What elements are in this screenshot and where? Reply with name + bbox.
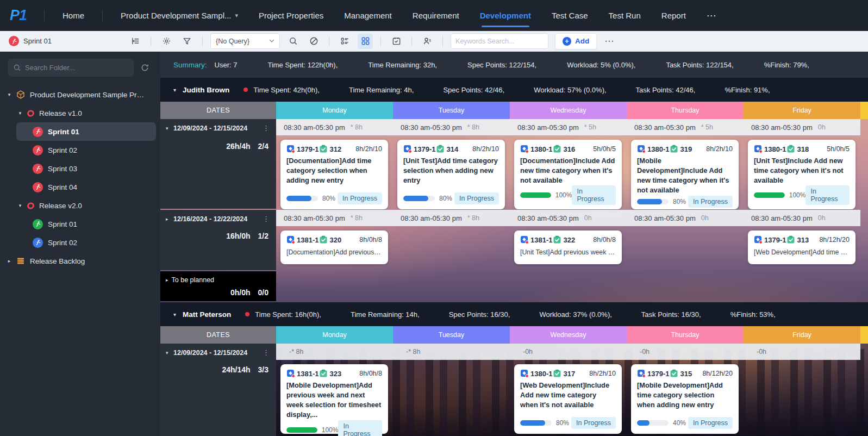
task-card[interactable]: 1381-1 320 8h/0h/8 [Documentation]Add pr… xyxy=(280,231,388,264)
card-title[interactable]: [Documentation]Add previous wee... xyxy=(286,248,382,257)
caret-right-icon[interactable]: ▸ xyxy=(166,277,168,283)
tree-item-release-v2[interactable]: ▾ Release v2.0 xyxy=(0,196,160,215)
kebab-menu-icon[interactable]: ⋮ xyxy=(260,215,272,223)
tree-item-project[interactable]: ▾ Product Development Sample Project ... xyxy=(0,85,160,104)
collapse-panel-icon[interactable] xyxy=(128,34,143,49)
story-id[interactable]: 1380-1 xyxy=(530,145,552,153)
story-id[interactable]: 1381-1 xyxy=(530,236,552,244)
card-title[interactable]: [Unit Test]Add previous week and ... xyxy=(520,248,616,257)
search-icon[interactable] xyxy=(285,34,301,49)
caret-right-icon[interactable]: ▸ xyxy=(166,216,173,222)
tree-item-sprint-03[interactable]: Sprint 03 xyxy=(0,159,160,178)
story-id[interactable]: 1379-1 xyxy=(647,370,669,378)
query-select-value: {No Query} xyxy=(216,38,249,45)
nav-test-case[interactable]: Test Case xyxy=(541,0,598,31)
caret-down-icon[interactable]: ▾ xyxy=(173,87,176,93)
tree-item-sprint-04[interactable]: Sprint 04 xyxy=(0,178,160,196)
task-id[interactable]: 315 xyxy=(680,370,692,378)
card-title[interactable]: [Web Development]Include Add new time ca… xyxy=(520,381,616,410)
card-title[interactable]: [Mobile Development]Add previous week an… xyxy=(286,381,382,420)
task-card[interactable]: 1379-1 315 8h/12h/20 [Mobile Development… xyxy=(631,364,739,434)
task-card[interactable]: 1380-1 317 8h/2h/10 [Web Development]Inc… xyxy=(514,364,622,434)
kebab-menu-icon[interactable]: ⋮ xyxy=(260,124,272,132)
caret-down-icon[interactable]: ▾ xyxy=(166,350,173,356)
nav-development[interactable]: Development xyxy=(470,0,541,31)
board-view-icon[interactable] xyxy=(358,34,373,49)
nav-management[interactable]: Management xyxy=(334,0,402,31)
task-id[interactable]: 317 xyxy=(563,370,575,378)
filter-funnel-icon[interactable] xyxy=(179,34,195,49)
card-title[interactable]: [Documentation]Add time category selecti… xyxy=(286,156,382,185)
nav-more-icon[interactable]: ⋯ xyxy=(696,0,727,31)
task-card[interactable]: 1379-1 312 8h/2h/10 [Documentation]Add t… xyxy=(280,140,388,209)
kebab-menu-icon[interactable]: ⋮ xyxy=(260,348,272,357)
list-view-icon[interactable] xyxy=(337,34,352,49)
task-id[interactable]: 318 xyxy=(797,145,809,153)
release-ring-icon xyxy=(27,110,34,117)
task-id[interactable]: 313 xyxy=(797,236,809,244)
card-title[interactable]: [Unit Test]Add time category selection w… xyxy=(403,156,499,185)
caret-down-icon[interactable]: ▾ xyxy=(173,312,176,317)
caret-down-icon[interactable]: ▾ xyxy=(166,126,173,131)
story-id[interactable]: 1379-1 xyxy=(414,145,435,153)
card-title[interactable]: [Mobile Development]Include Add new time… xyxy=(637,156,733,196)
tree-item-release-backlog[interactable]: ▸ Release Backlog xyxy=(0,252,160,270)
task-card[interactable]: 1380-1 316 5h/0h/5 [Documentation]Includ… xyxy=(514,140,622,209)
user-name[interactable]: Matt Peterson xyxy=(183,310,231,319)
folder-search-input[interactable] xyxy=(25,64,128,72)
tree-item-release-v1[interactable]: ▾ Release v1.0 xyxy=(0,104,160,122)
to-be-planned-row[interactable]: ▸ To be planned 0h/0h 0/0 xyxy=(160,271,276,301)
task-card[interactable]: 1379-1 314 8h/2h/10 [Unit Test]Add time … xyxy=(397,140,505,209)
task-card[interactable]: 1380-1 318 5h/0h/5 [Unit Test]Include Ad… xyxy=(748,140,855,209)
query-select[interactable]: {No Query} xyxy=(210,33,280,49)
task-card[interactable]: 1379-1 313 8h/12h/20 [Web Development]Ad… xyxy=(748,231,855,264)
story-id[interactable]: 1379-1 xyxy=(297,145,319,153)
story-id[interactable]: 1380-1 xyxy=(647,145,669,153)
task-id[interactable]: 314 xyxy=(446,145,458,153)
toolbar-more-icon[interactable]: ⋯ xyxy=(604,35,614,47)
current-sprint-chip[interactable]: Sprint 01 xyxy=(9,36,52,46)
card-hours: 8h/2h/10 xyxy=(706,145,733,153)
card-title[interactable]: [Mobile Development]Add time category se… xyxy=(637,381,733,410)
card-title[interactable]: [Unit Test]Include Add new time category… xyxy=(754,156,850,185)
nav-test-run[interactable]: Test Run xyxy=(598,0,651,31)
settings-gear-icon[interactable] xyxy=(159,34,174,49)
caret-right-icon[interactable]: ▸ xyxy=(7,258,12,264)
tree-item-v2-sprint-02[interactable]: Sprint 02 xyxy=(0,233,160,252)
add-button[interactable]: + Add xyxy=(555,33,597,49)
progress-percent: 100% xyxy=(322,426,339,434)
caret-down-icon[interactable]: ▾ xyxy=(17,110,23,116)
clear-filter-icon[interactable] xyxy=(306,34,321,49)
nav-home[interactable]: Home xyxy=(52,0,95,31)
story-id[interactable]: 1381-1 xyxy=(297,370,319,378)
nav-report[interactable]: Report xyxy=(651,0,696,31)
caret-down-icon[interactable]: ▾ xyxy=(7,92,12,97)
task-card[interactable]: 1380-1 319 8h/2h/10 [Mobile Development]… xyxy=(631,140,739,209)
tree-item-sprint-01-selected[interactable]: Sprint 01 xyxy=(0,122,160,141)
keywords-search-input[interactable] xyxy=(455,38,543,45)
tree-item-v2-sprint-01[interactable]: Sprint 01 xyxy=(0,215,160,233)
user-name[interactable]: Judith Brown xyxy=(183,86,229,94)
story-id[interactable]: 1381-1 xyxy=(297,236,319,244)
caret-down-icon[interactable]: ▾ xyxy=(17,203,23,208)
story-id[interactable]: 1380-1 xyxy=(764,145,786,153)
nav-project-switcher[interactable]: Product Development Sampl... ▾ xyxy=(110,0,248,31)
task-id[interactable]: 312 xyxy=(329,145,341,153)
story-id[interactable]: 1379-1 xyxy=(764,236,786,244)
task-card[interactable]: 1381-1 322 8h/0h/8 [Unit Test]Add previo… xyxy=(514,231,622,264)
nav-project-properties[interactable]: Project Properties xyxy=(248,0,334,31)
task-card[interactable]: 1381-1 323 8h/0h/8 [Mobile Development]A… xyxy=(280,364,388,434)
assignee-list-icon[interactable] xyxy=(420,34,435,49)
task-id[interactable]: 320 xyxy=(329,236,341,244)
calendar-check-icon[interactable] xyxy=(389,34,404,49)
card-title[interactable]: [Documentation]Include Add new time cate… xyxy=(520,156,616,185)
nav-requirement[interactable]: Requirement xyxy=(402,0,470,31)
task-id[interactable]: 319 xyxy=(680,145,692,153)
card-title[interactable]: [Web Development]Add time cate... xyxy=(754,248,850,257)
task-id[interactable]: 322 xyxy=(563,236,575,244)
task-id[interactable]: 323 xyxy=(329,370,341,378)
story-id[interactable]: 1380-1 xyxy=(530,370,552,378)
refresh-button[interactable] xyxy=(136,59,154,77)
task-id[interactable]: 316 xyxy=(563,145,575,153)
tree-item-sprint-02[interactable]: Sprint 02 xyxy=(0,141,160,159)
